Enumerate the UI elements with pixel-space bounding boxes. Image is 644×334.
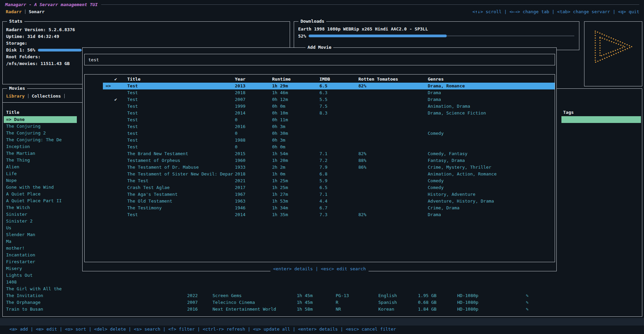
movie-list-item[interactable]: The Thing xyxy=(4,157,77,164)
movie-list-item[interactable]: Sinister 2 xyxy=(4,218,77,225)
cell-genres: Animation, Action, Romance xyxy=(428,171,497,178)
movie-title: Firestarter xyxy=(6,259,35,264)
cell-runtime: 1h 0m xyxy=(272,171,285,178)
movie-list-item[interactable]: Us xyxy=(4,225,77,231)
cell-year: 2021 xyxy=(235,178,245,184)
search-result-row[interactable]: The Brand New Testament 2015 1h 54m 7.1 … xyxy=(103,150,555,157)
search-result-row[interactable]: Test 1999 0h 0m 7.5 Animation, Drama xyxy=(103,103,555,110)
movie-list-item[interactable]: Gone with the Wind xyxy=(4,184,77,191)
cell-genres: Drama xyxy=(428,89,441,96)
cell-runtime: 0h 10m xyxy=(272,110,288,117)
search-result-row[interactable]: Test 2016 0h 3m xyxy=(103,123,555,130)
cell-title: The Old Testament xyxy=(127,198,172,205)
movie-title: Inception xyxy=(6,144,30,149)
movie-list-item[interactable]: Nope xyxy=(4,177,77,184)
movie-list-item[interactable]: mother! xyxy=(4,245,77,252)
search-result-row[interactable]: => Test 2013 1h 29m 6.5 82% Drama, Roman… xyxy=(103,83,555,89)
search-result-row[interactable]: Testament of Orpheus 1960 1h 20m 7.2 88%… xyxy=(103,157,555,164)
movie-list-item[interactable]: => Dune xyxy=(4,116,77,123)
movie-title: 1408 xyxy=(6,279,17,285)
movie-list-item[interactable]: The Martian xyxy=(4,150,77,157)
cell-runtime: 1h 25m xyxy=(272,184,288,191)
tab-radarr[interactable]: Radarr xyxy=(6,9,22,14)
movie-list-item[interactable]: Incantation xyxy=(4,252,77,258)
search-result-row[interactable]: test 0 0h 30m Comedy xyxy=(103,130,555,137)
search-result-row[interactable]: Test 0 0h 11m xyxy=(103,117,555,123)
search-result-row[interactable]: Test 0 0h 0m xyxy=(103,144,555,150)
movie-list-item[interactable]: A Quiet Place Part II xyxy=(4,197,77,204)
movie-title: The Martian xyxy=(6,151,35,156)
cell-imdb: 7.1 xyxy=(319,150,327,157)
cell-quality-profile: HD-1080p xyxy=(457,299,479,306)
search-result-row[interactable]: The Old Testament 1963 1h 53m 4.4 Advent… xyxy=(103,198,555,205)
cell-genres: Crime, Mystery, Thriller xyxy=(428,164,491,171)
cell-title: Test xyxy=(127,103,138,110)
cell-imdb: 5.9 xyxy=(319,178,327,184)
cell-year: 0 xyxy=(235,117,238,123)
cell-studio: Screen Gems xyxy=(213,292,242,299)
cell-year: 1999 xyxy=(235,103,245,110)
search-result-row[interactable]: Test 2014 1h 35m 7.3 82% Drama xyxy=(103,211,555,218)
search-result-row[interactable]: The Test 2021 1h 25m 5.9 Comedy xyxy=(103,178,555,184)
movie-table-row[interactable]: 2016 Next Entertainment World 1h 58m NR … xyxy=(3,306,642,313)
movie-table-row[interactable]: 2007 Telecinco Cinema 1h 45m R Spanish 0… xyxy=(3,299,642,306)
movie-list-item[interactable]: Misery xyxy=(4,265,77,272)
movie-list-item[interactable]: Firestarter xyxy=(4,258,77,265)
tab-library[interactable]: Library xyxy=(6,93,25,99)
cell-genres: Comedy xyxy=(428,130,444,137)
in-library-check-icon: ✔ xyxy=(114,96,117,103)
search-result-row[interactable]: The Aga's Testament 1967 1h 27m 7.1 Hist… xyxy=(103,191,555,198)
cell-year: 1946 xyxy=(235,205,245,211)
search-result-row[interactable]: ✔ Test 2007 0h 12m 5.5 Drama xyxy=(103,96,555,103)
cell-title: Test xyxy=(127,117,138,123)
cell-runtime: 1h 46m xyxy=(272,89,288,96)
cell-genres: Comedy xyxy=(428,178,444,184)
movie-title: Gone with the Wind xyxy=(6,185,54,190)
search-result-row[interactable]: The Testament of Dr. Mabuse 1933 2h 2m 7… xyxy=(103,164,555,171)
cell-year: 2015 xyxy=(235,150,245,157)
cell-title: The Testimony xyxy=(127,205,162,211)
servarr-tab-bar: Radarr Sonarr <↑↓> scroll | <←→> change … xyxy=(6,8,639,15)
tab-sonarr[interactable]: Sonarr xyxy=(29,9,45,14)
tab-collections[interactable]: Collections xyxy=(32,93,61,99)
cell-size: 1.95 GB xyxy=(418,292,437,299)
movie-title: The Witch xyxy=(6,205,30,210)
cell-title: Crash Test Aglae xyxy=(127,184,170,191)
search-result-row[interactable]: Test 1988 0h 3m xyxy=(103,137,555,144)
cell-imdb: 6.8 xyxy=(319,171,327,178)
movie-search-input[interactable] xyxy=(85,54,555,65)
movie-list-item[interactable]: Lights Out xyxy=(4,272,77,279)
movie-list-item[interactable]: The Conjuring: The De xyxy=(4,137,77,143)
movie-list-item[interactable]: Slender Man xyxy=(4,231,77,238)
cell-genres: Comedy xyxy=(428,184,444,191)
movie-list-item[interactable]: 1408 xyxy=(4,279,77,286)
header-title: Title xyxy=(127,76,140,83)
managarr-screen: { "app": { "title": "Managarr - A Servar… xyxy=(0,0,644,334)
movie-table-row[interactable]: 2022 Screen Gems 1h 45m PG-13 English 1.… xyxy=(3,292,642,299)
search-result-row[interactable]: Crash Test Aglae 2017 1h 25m 6.5 Comedy xyxy=(103,184,555,191)
cell-imdb: 7.2 xyxy=(319,157,327,164)
footer-keybindings-help: <a> add | <e> edit | <o> sort | <del> de… xyxy=(9,327,396,332)
downloads-panel-title: Downloads xyxy=(298,19,326,24)
movie-list-item[interactable]: The Conjuring xyxy=(4,123,77,130)
movie-list-item[interactable]: Inception xyxy=(4,143,77,150)
search-result-row[interactable]: The Testament of Sister New Devil: Depar… xyxy=(103,171,555,178)
movie-list-item[interactable]: The Girl with All the xyxy=(4,286,77,292)
managarr-logo-icon xyxy=(593,29,635,64)
search-result-row[interactable]: Test 2014 0h 10m 8.3 Drama, Science Fict… xyxy=(103,110,555,117)
search-result-row[interactable]: Test 2018 1h 46m 6.3 Drama xyxy=(103,89,555,96)
movie-list-item[interactable]: Sinister xyxy=(4,211,77,218)
movie-list-item[interactable]: Life xyxy=(4,170,77,177)
radarr-version-line: Radarr Version: 5.2.6.8376 xyxy=(6,26,286,33)
cell-size: 1.84 GB xyxy=(418,306,437,313)
movie-list-item[interactable]: A Quiet Place xyxy=(4,191,77,197)
movie-list-item[interactable]: Alien xyxy=(4,164,77,170)
movie-list-item[interactable]: Ma xyxy=(4,238,77,245)
cell-genres: Drama xyxy=(428,211,441,218)
cell-year: 2018 xyxy=(235,171,245,178)
tab-separator xyxy=(25,9,25,14)
movie-list-item[interactable]: The Witch xyxy=(4,204,77,211)
movie-list-item[interactable]: The Conjuring 2 xyxy=(4,130,77,137)
search-result-row[interactable]: The Testimony 1946 1h 34m 6.7 Crime, Dra… xyxy=(103,205,555,211)
cell-runtime: 0h 0m xyxy=(272,103,285,110)
